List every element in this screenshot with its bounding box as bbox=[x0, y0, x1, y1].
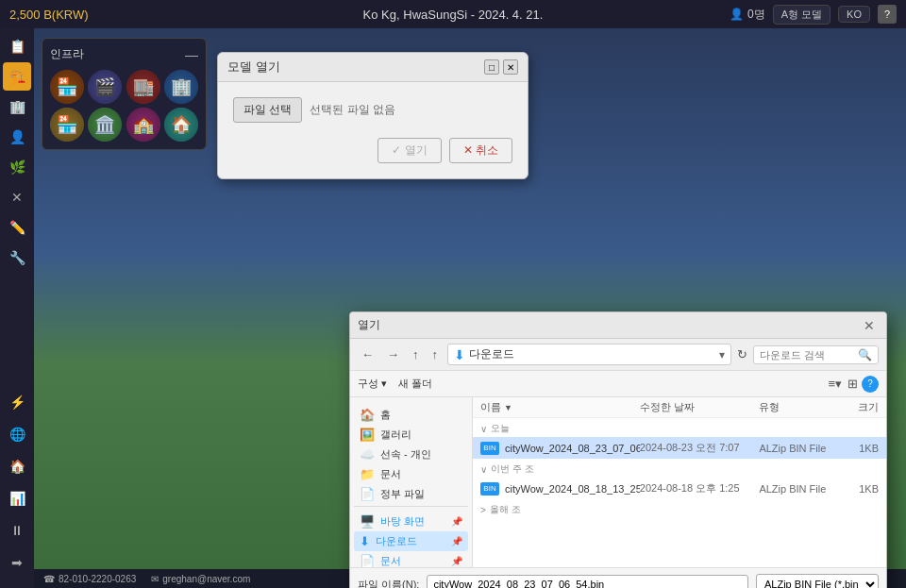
fb-help-button[interactable]: ? bbox=[862, 376, 879, 393]
fb-sidebar: 🏠 홈 🖼️ 갤러리 ☁️ 선속 - 개인 📁 문서 📄 정부 파일 🖥️ bbox=[350, 397, 473, 567]
col-name-header[interactable]: 이름 ▼ bbox=[480, 400, 640, 414]
fb-sidebar-docs2[interactable]: 📄 문서 📌 bbox=[354, 551, 468, 567]
language-selector[interactable]: KO bbox=[838, 6, 870, 23]
file-size-today-1: 1KB bbox=[839, 443, 879, 454]
fb-sidebar-downloads[interactable]: ⬇ 다운로드 📌 bbox=[354, 531, 468, 551]
file-select-button[interactable]: 파일 선택 bbox=[233, 97, 302, 123]
fb-forward-button[interactable]: → bbox=[383, 345, 403, 363]
fb-sidebar-documents[interactable]: 📁 문서 bbox=[354, 464, 468, 484]
cancel-button[interactable]: ✕ 취소 bbox=[449, 138, 512, 163]
sidebar-btn-nature[interactable]: 🌿 bbox=[3, 153, 31, 181]
sidebar-btn-pause[interactable]: ⏸ bbox=[3, 516, 31, 545]
fb-filename-input[interactable] bbox=[427, 575, 748, 588]
fb-organize-button[interactable]: 구성 ▾ bbox=[358, 377, 387, 391]
fb-toolbar: ← → ↑ ↑ ⬇ 다운로드 ▾ ↻ 🔍 bbox=[350, 339, 886, 371]
sidebar-btn-power[interactable]: ⚡ bbox=[3, 388, 31, 416]
left-sidebar: 📋 🏗️ 🏢 👤 🌿 ✕ ✏️ 🔧 ⚡ 🌐 🏠 📊 ⏸ ➡ bbox=[0, 28, 34, 588]
top-bar: 2,500 B(KRW) Ko Kg, HwaSungSi - 2024. 4.… bbox=[0, 0, 906, 28]
pin-icon3: 📌 bbox=[451, 556, 462, 566]
fb-sidebar-gallery-label: 갤러리 bbox=[380, 428, 411, 442]
phone-icon: ☎ bbox=[43, 574, 55, 584]
file-row-today-1[interactable]: BIN cityWow_2024_08_23_07_06_54.bin 2024… bbox=[473, 437, 886, 459]
sidebar-btn-office[interactable]: 🏢 bbox=[3, 92, 31, 121]
year-chevron-icon: > bbox=[480, 505, 486, 515]
file-name-text-week-1: cityWow_2024_08_18_13_25_02.bin bbox=[505, 483, 640, 495]
fb-sidebar-govfiles[interactable]: 📄 정부 파일 bbox=[354, 484, 468, 504]
dialog-close-btn[interactable]: ✕ bbox=[503, 59, 518, 75]
infra-icon-grid: 🏪 🎬 🏬 🏢 🏪 🏛️ 🏫 🏠 bbox=[50, 70, 198, 142]
fb-sidebar-docs2-label: 문서 bbox=[380, 554, 401, 567]
file-select-row: 파일 선택 선택된 파일 없음 bbox=[233, 97, 512, 123]
col-date-header[interactable]: 수정한 날짜 bbox=[640, 400, 760, 414]
panel-title: 인프라 bbox=[50, 46, 84, 62]
year-section-label: 올해 조 bbox=[490, 503, 521, 516]
infra-icon-2[interactable]: 🏬 bbox=[126, 70, 160, 104]
sidebar-btn-edit[interactable]: ✏️ bbox=[3, 213, 31, 242]
fb-sidebar-home[interactable]: 🏠 홈 bbox=[354, 405, 468, 425]
year-section-header[interactable]: > 올해 조 bbox=[473, 499, 886, 518]
fb-close-button[interactable]: ✕ bbox=[860, 318, 879, 333]
fb-sidebar-cloud[interactable]: ☁️ 선속 - 개인 bbox=[354, 445, 468, 464]
fb-main-area: 🏠 홈 🖼️ 갤러리 ☁️ 선속 - 개인 📁 문서 📄 정부 파일 🖥️ bbox=[350, 397, 886, 567]
fb-sidebar-desktop[interactable]: 🖥️ 바탕 화면 📌 bbox=[354, 512, 468, 531]
fb-title: 열기 bbox=[358, 317, 380, 333]
fb-sidebar-downloads-label: 다운로드 bbox=[376, 534, 417, 548]
fb-sidebar-documents-label: 문서 bbox=[380, 467, 401, 481]
fb-new-folder-button[interactable]: 새 폴더 bbox=[394, 375, 436, 393]
fb-back-button[interactable]: ← bbox=[358, 345, 378, 363]
infra-icon-7[interactable]: 🏠 bbox=[164, 108, 198, 142]
model-open-dialog: 모델 열기 □ ✕ 파일 선택 선택된 파일 없음 ✓ 열기 ✕ 취소 bbox=[217, 52, 528, 179]
doc-icon: 📄 bbox=[360, 487, 375, 501]
fb-view-list-icon[interactable]: ≡▾ bbox=[826, 375, 844, 393]
sidebar-btn-arrow[interactable]: ➡ bbox=[3, 548, 31, 577]
sidebar-btn-globe[interactable]: 🌐 bbox=[3, 420, 31, 448]
file-icon-week-1: BIN bbox=[480, 482, 499, 496]
email-status: ✉ greghan@naver.com bbox=[151, 574, 250, 584]
pin-icon2: 📌 bbox=[451, 536, 462, 546]
infra-icon-0[interactable]: 🏪 bbox=[50, 70, 84, 104]
dialog-titlebar: 모델 열기 □ ✕ bbox=[218, 53, 528, 82]
file-date-week-1: 2024-08-18 오후 1:25 bbox=[640, 481, 760, 496]
dialog-minimize-btn[interactable]: □ bbox=[484, 59, 499, 75]
help-button[interactable]: ? bbox=[878, 5, 897, 24]
email-address: greghan@naver.com bbox=[162, 574, 250, 584]
sidebar-btn-clipboard[interactable]: 📋 bbox=[3, 32, 31, 60]
sidebar-btn-home[interactable]: 🏠 bbox=[3, 452, 31, 480]
fb-column-headers: 이름 ▼ 수정한 날짜 유형 크기 bbox=[473, 397, 886, 418]
today-chevron-icon: ∨ bbox=[480, 424, 487, 434]
fb-up-button[interactable]: ↑ bbox=[409, 345, 423, 363]
open-button[interactable]: ✓ 열기 bbox=[378, 138, 441, 163]
fb-path-dropdown[interactable]: ▾ bbox=[719, 348, 725, 361]
infra-icon-4[interactable]: 🏪 bbox=[50, 108, 84, 142]
fb-filetype-select[interactable]: ALZip BIN File (*.bin) bbox=[756, 574, 879, 588]
minimize-button[interactable]: — bbox=[185, 47, 198, 62]
gallery-icon: 🖼️ bbox=[360, 428, 375, 442]
fb-search-input[interactable] bbox=[760, 349, 854, 361]
dialog-action-buttons: ✓ 열기 ✕ 취소 bbox=[233, 138, 512, 163]
col-size-header[interactable]: 크기 bbox=[839, 400, 879, 414]
col-type-header[interactable]: 유형 bbox=[759, 400, 838, 414]
email-icon: ✉ bbox=[151, 574, 159, 584]
fb-view-grid-icon[interactable]: ⊞ bbox=[846, 375, 860, 393]
week-section-label: 이번 주 조 bbox=[491, 462, 534, 476]
mode-selector[interactable]: A형 모델 bbox=[773, 5, 830, 25]
file-row-week-1[interactable]: BIN cityWow_2024_08_18_13_25_02.bin 2024… bbox=[473, 478, 886, 499]
infra-icon-1[interactable]: 🎬 bbox=[88, 70, 122, 104]
infra-icon-5[interactable]: 🏛️ bbox=[88, 108, 122, 142]
sidebar-btn-tool[interactable]: 🔧 bbox=[3, 244, 31, 272]
today-section-label: 오늘 bbox=[491, 422, 510, 435]
fb-sidebar-gallery[interactable]: 🖼️ 갤러리 bbox=[354, 425, 468, 445]
sidebar-btn-person[interactable]: 👤 bbox=[3, 123, 31, 151]
fb-refresh-button[interactable]: ↻ bbox=[737, 347, 747, 361]
infra-icon-6[interactable]: 🏫 bbox=[126, 108, 160, 142]
week-section-header[interactable]: ∨ 이번 주 조 bbox=[473, 459, 886, 478]
dialog-controls: □ ✕ bbox=[484, 59, 518, 75]
today-section-header[interactable]: ∨ 오늘 bbox=[473, 418, 886, 437]
sidebar-btn-chart[interactable]: 📊 bbox=[3, 484, 31, 512]
fb-updir-button[interactable]: ↑ bbox=[428, 345, 443, 363]
sidebar-btn-building[interactable]: 🏗️ bbox=[3, 62, 31, 91]
file-browser-dialog: 열기 ✕ ← → ↑ ↑ ⬇ 다운로드 ▾ ↻ 🔍 구성 ▾ 새 폴더 ≡▾ ⊞… bbox=[349, 311, 887, 588]
fb-path-icon: ⬇ bbox=[454, 347, 465, 362]
sidebar-btn-close[interactable]: ✕ bbox=[3, 183, 31, 211]
infra-icon-3[interactable]: 🏢 bbox=[164, 70, 198, 104]
